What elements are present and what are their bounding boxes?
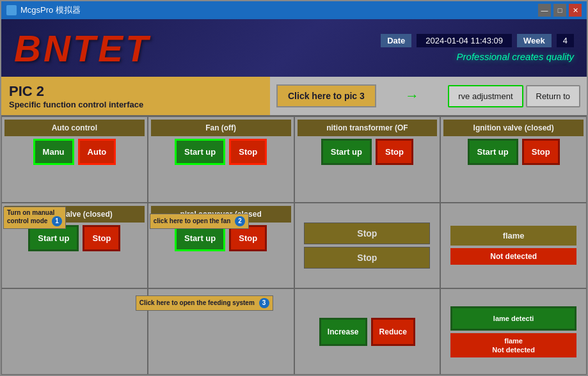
ignition-transformer-cell: nition transformer (OF Start up Stop [294,116,441,203]
close-button[interactable]: ✕ [569,4,582,17]
fan-label: Fan (off) [151,120,291,136]
header: BNTET Date 2024-01-04 11:43:09 Week 4 Pr… [1,19,587,77]
minimize-button[interactable]: — [538,4,551,17]
stop-display-cell: Stop Stop [294,203,441,289]
annotation-num-3: 3 [259,298,269,308]
ignition-start-button[interactable]: Start up [321,139,372,165]
fan-buttons: Start up Stop [151,139,291,165]
main-window: McgsPro 模拟器 — □ ✕ BNTET Date 2024-01-04 … [0,0,588,376]
maximize-button[interactable]: □ [553,4,566,17]
auto-control-label: Auto control [4,120,145,136]
spiral-stop-button[interactable]: Stop [229,225,267,251]
ignition-stop-button[interactable]: Stop [376,139,413,165]
pic-nav-area: Click here to pic 3 → rve adjustment Ret… [270,77,587,115]
header-right: Date 2024-01-04 11:43:09 Week 4 Professi… [381,34,574,62]
app-icon [6,5,17,15]
curve-adjustment-button[interactable]: rve adjustment [448,85,523,107]
annotation-3: Click here to open the feeding system 3 [136,295,273,311]
ignition-valve-buttons: Start up Stop [443,139,584,165]
manu-button[interactable]: Manu [33,139,74,165]
annotation-1-text: Turn on manual [7,209,54,216]
title-bar-left: McgsPro 模拟器 [6,4,81,16]
reduce-button[interactable]: Reduce [371,318,415,346]
spiral-conveyor-buttons: Start up Stop [151,225,291,251]
ignition-valve-stop-button[interactable]: Stop [522,139,560,165]
auto-control-buttons: Manu Auto [4,139,145,165]
week-label: Week [517,34,552,47]
pic-subtitle: Specific function control interface [9,100,262,109]
ignition-valve-start-button[interactable]: Start up [468,139,518,165]
safety-valve-buttons: Start up Stop [4,225,145,251]
brand-title: BNTET [14,27,150,70]
ignition-transformer-buttons: Start up Stop [298,139,438,165]
pic-header: PIC 2 Specific function control interfac… [1,77,587,115]
annotation-3-text: Click here to open the feeding system [139,299,255,306]
title-bar-controls: — □ ✕ [538,4,582,17]
flame-detection-cell: lame detecti flame Not detected [440,288,587,375]
increase-button[interactable]: Increase [319,318,367,346]
annotation-num-1: 1 [52,216,62,226]
flame-detect-button[interactable]: lame detecti [450,306,576,331]
fan-start-button[interactable]: Start up [175,139,225,165]
date-label: Date [381,34,411,47]
spiral-start-button[interactable]: Start up [175,225,225,251]
increase-reduce-cell: Increase Reduce [294,288,441,375]
annotation-2-text: click here to open the fan [154,217,231,224]
annotation-1-sub: control mode [7,217,47,224]
safety-valve-start-button[interactable]: Start up [28,225,79,251]
click-here-button[interactable]: Click here to pic 3 [276,84,376,107]
flame-not-detected-2: flame Not detected [450,333,576,357]
auto-button[interactable]: Auto [78,139,116,165]
pic-label-area: PIC 2 Specific function control interfac… [1,77,270,115]
arrow-right-icon: → [405,88,419,104]
pic-title: PIC 2 [9,83,262,100]
safety-valve-stop-button[interactable]: Stop [83,225,120,251]
window-title: McgsPro 模拟器 [20,4,81,16]
ignition-transformer-label: nition transformer (OF [298,120,438,136]
return-to-button[interactable]: Return to [526,85,580,107]
control-grid: Auto control Manu Auto Turn on manual co… [1,115,587,375]
flame-cell: flame Not detected [440,203,587,289]
annotation-num-2: 2 [235,216,245,226]
nav-buttons: rve adjustment Return to [448,85,580,107]
flame-top: flame [450,226,576,246]
date-bar: Date 2024-01-04 11:43:09 Week 4 [381,34,574,47]
stop-display-2: Stop [304,247,430,269]
auto-control-cell: Auto control Manu Auto Turn on manual co… [1,116,148,203]
row3-col1 [1,288,148,375]
fan-cell: Fan (off) Start up Stop click here to op… [148,116,294,203]
ignition-valve-label: Ignition valve (closed) [443,120,584,136]
week-value: 4 [557,34,574,47]
title-bar: McgsPro 模拟器 — □ ✕ [1,1,587,19]
fan-stop-button[interactable]: Stop [229,139,267,165]
ignition-valve-cell: Ignition valve (closed) Start up Stop [440,116,587,203]
annotation-1: Turn on manual control mode 1 [3,207,66,229]
annotation-2: click here to open the fan 2 [150,214,249,229]
main-content: PIC 2 Specific function control interfac… [1,77,587,375]
flame-btn2-label: flame [454,337,573,345]
date-value: 2024-01-04 11:43:09 [417,34,512,47]
stop-display-1: Stop [304,223,430,244]
tagline: Professional creates quality [457,51,574,62]
flame-not-detected: Not detected [450,248,576,265]
flame-btn2-sub: Not detected [454,346,573,354]
increase-reduce-buttons: Increase Reduce [298,318,438,346]
